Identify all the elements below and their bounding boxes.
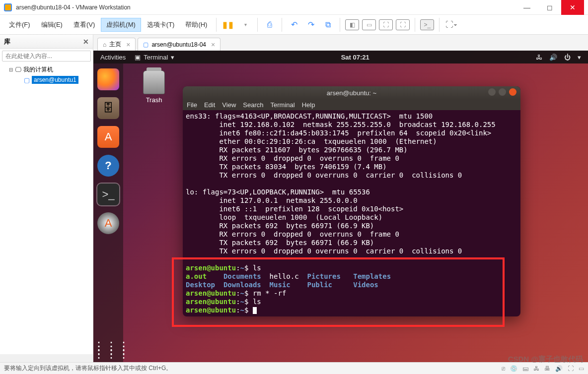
ls-executable: a.out [186, 272, 207, 280]
term-menu-file[interactable]: File [187, 101, 197, 109]
device-icon[interactable]: 🖧 [533, 365, 539, 372]
dock-firefox[interactable] [97, 68, 119, 90]
view-mode-4[interactable]: ⛶ [396, 19, 410, 30]
menu-vm[interactable]: 虚拟机(M) [101, 18, 141, 32]
tree-vm-label: arsen@ubuntu1 [32, 76, 78, 84]
device-icon[interactable]: ⎚ [502, 365, 505, 372]
terminal-window[interactable]: arsen@ubuntu: ~ File Edit View Search Te… [183, 86, 520, 316]
library-search [0, 49, 93, 62]
topbar-clock[interactable]: Sat 07:21 [341, 54, 369, 61]
menu-edit[interactable]: 编辑(E) [36, 18, 68, 31]
tree-root-label: 我的计算机 [23, 65, 53, 74]
desktop-trash[interactable]: Trash [143, 70, 165, 104]
dropdown-icon: ▾ [171, 54, 174, 61]
terminal-menubar: File Edit View Search Terminal Help [183, 99, 520, 110]
sidebar-scrollbar[interactable] [0, 354, 93, 362]
library-sidebar: 库 ✕ ⊟ 🖵 我的计算机 ▢ arsen@ubuntu1 [0, 35, 93, 362]
tab-close-icon[interactable]: × [211, 41, 215, 49]
window-titlebar: arsen@ubuntu18-04 - VMware Workstation —… [0, 0, 588, 15]
terminal-body[interactable]: ens33: flags=4163<UP,BROADCAST,RUNNING,M… [183, 110, 520, 316]
activities-button[interactable]: Activities [100, 54, 126, 61]
console-button[interactable]: >_ [420, 19, 434, 30]
dock-help[interactable]: ? [97, 155, 119, 177]
device-icon[interactable]: ⛶ [568, 365, 574, 372]
close-button[interactable]: ✕ [561, 0, 584, 15]
tab-close-icon[interactable]: × [126, 41, 130, 49]
vm-tab-icon: ▢ [143, 41, 148, 48]
ubuntu-desktop[interactable]: Activities ▣ Terminal ▾ Sat 07:21 🖧 🔊 ⏻ … [93, 51, 588, 362]
snapshot-mgr-button[interactable]: ↷ [303, 17, 319, 33]
device-icon[interactable]: 🖴 [522, 365, 528, 372]
vmware-icon [4, 3, 12, 11]
dock-files[interactable]: 🗄 [97, 97, 119, 119]
term-menu-help[interactable]: Help [302, 101, 315, 109]
dock-software[interactable]: A [97, 126, 119, 148]
trash-label: Trash [143, 96, 165, 104]
dropdown-icon[interactable]: ▾ [578, 54, 581, 61]
ubuntu-topbar: Activities ▣ Terminal ▾ Sat 07:21 🖧 🔊 ⏻ … [93, 51, 588, 63]
tree-vm-item[interactable]: ▢ arsen@ubuntu1 [0, 75, 93, 85]
computer-icon: 🖵 [15, 66, 21, 73]
menu-help[interactable]: 帮助(H) [180, 18, 212, 31]
library-tree: ⊟ 🖵 我的计算机 ▢ arsen@ubuntu1 [0, 62, 93, 354]
terminal-maximize[interactable] [499, 88, 506, 96]
device-icon[interactable]: 🔊 [555, 365, 563, 372]
dock-updater[interactable]: A [97, 212, 119, 234]
term-menu-edit[interactable]: Edit [204, 101, 215, 109]
tree-root[interactable]: ⊟ 🖵 我的计算机 [0, 64, 93, 75]
manage-button[interactable]: ⧉ [320, 17, 336, 33]
view-mode-3[interactable]: ⛶ [379, 19, 393, 30]
terminal-minimize[interactable] [488, 88, 496, 96]
tab-home-label: 主页 [109, 40, 121, 49]
search-input[interactable] [2, 51, 91, 62]
minimize-button[interactable]: — [515, 0, 538, 15]
vm-icon: ▢ [24, 76, 30, 84]
menubar: 文件(F) 编辑(E) 查看(V) 虚拟机(M) 选项卡(T) 帮助(H) ▮▮… [0, 15, 588, 35]
power-icon[interactable]: ⏻ [564, 54, 571, 61]
statusbar-icons: ⎚ 💿 🖴 🖧 🖶 🔊 ⛶ ▭ [502, 365, 584, 372]
trash-icon [143, 70, 165, 94]
library-header: 库 ✕ [0, 35, 93, 49]
menu-file[interactable]: 文件(F) [4, 18, 35, 31]
play-dropdown[interactable]: ▾ [237, 17, 253, 33]
terminal-close[interactable] [509, 88, 516, 96]
statusbar: 要将输入定向到该虚拟机，请将鼠标指针移入其中或按 Ctrl+G。 ⎚ 💿 🖴 🖧… [0, 362, 588, 374]
revert-button[interactable]: ↶ [286, 17, 302, 33]
device-icon[interactable]: 💿 [510, 365, 517, 372]
term-menu-view[interactable]: View [222, 101, 236, 109]
pause-button[interactable]: ▮▮ [220, 17, 236, 33]
menu-tabs[interactable]: 选项卡(T) [142, 18, 180, 31]
tab-home[interactable]: ⌂ 主页 × [97, 38, 136, 51]
content-area: ⌂ 主页 × ▢ arsen@ubuntu18-04 × Activities … [93, 35, 588, 362]
terminal-title-text: arsen@ubuntu: ~ [327, 89, 376, 97]
topbar-app-menu[interactable]: ▣ Terminal ▾ [135, 54, 174, 61]
menu-view[interactable]: 查看(V) [69, 18, 100, 31]
terminal-small-icon: ▣ [135, 54, 141, 61]
collapse-icon[interactable]: ⊟ [9, 67, 13, 72]
network-icon[interactable]: 🖧 [536, 54, 542, 61]
terminal-cursor [253, 307, 257, 314]
tab-strip: ⌂ 主页 × ▢ arsen@ubuntu18-04 × [93, 35, 588, 51]
term-menu-search[interactable]: Search [243, 101, 263, 109]
maximize-button[interactable]: ◻ [538, 0, 561, 15]
volume-icon[interactable]: 🔊 [549, 54, 557, 61]
library-title: 库 [4, 37, 10, 46]
terminal-output: ens33: flags=4163<UP,BROADCAST,RUNNING,M… [186, 112, 496, 255]
ubuntu-dock: 🗄 A ? >_ A ⋮⋮⋮⋮⋮⋮⋮⋮⋮ [93, 63, 123, 362]
tab-vm-label: arsen@ubuntu18-04 [151, 41, 206, 48]
tab-vm[interactable]: ▢ arsen@ubuntu18-04 × [138, 38, 220, 51]
home-icon: ⌂ [103, 41, 106, 48]
device-icon[interactable]: 🖶 [544, 365, 550, 372]
terminal-titlebar[interactable]: arsen@ubuntu: ~ [183, 86, 520, 99]
snapshot-button[interactable]: ⎙ [262, 17, 278, 33]
library-close-icon[interactable]: ✕ [83, 38, 89, 46]
statusbar-text: 要将输入定向到该虚拟机，请将鼠标指针移入其中或按 Ctrl+G。 [4, 364, 172, 373]
fullscreen-button[interactable]: ⛶▾ [443, 17, 459, 33]
dock-terminal[interactable]: >_ [97, 184, 119, 205]
term-menu-terminal[interactable]: Terminal [271, 101, 295, 109]
window-title: arsen@ubuntu18-04 - VMware Workstation [16, 4, 515, 11]
view-mode-1[interactable]: ◧ [345, 19, 359, 30]
view-mode-2[interactable]: ▭ [362, 19, 376, 30]
dock-show-apps[interactable]: ⋮⋮⋮⋮⋮⋮⋮⋮⋮ [93, 344, 123, 356]
device-icon[interactable]: ▭ [579, 365, 584, 372]
